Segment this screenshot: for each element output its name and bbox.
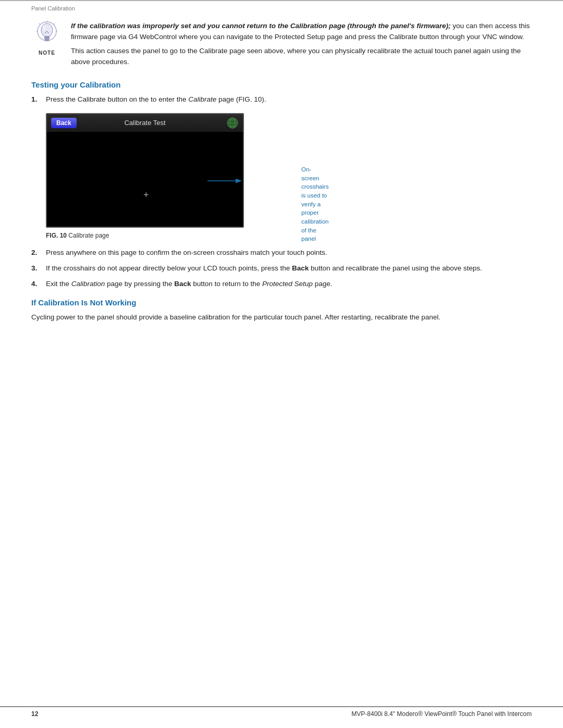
fig-caption: FIG. 10 Calibrate page — [46, 232, 532, 239]
step-4-text: Exit the Calibration page by pressing th… — [46, 279, 332, 289]
step-3-text: If the crosshairs do not appear directly… — [46, 263, 482, 274]
top-border — [0, 0, 563, 1]
svg-rect-11 — [45, 40, 49, 41]
section-not-working: If Calibration Is Not Working Cycling po… — [31, 298, 532, 323]
annotation-text: On-screen crosshairs is used to verify a… — [301, 165, 328, 243]
step-4: 4. Exit the Calibration page by pressing… — [31, 279, 532, 289]
page-header: Panel Calibration — [31, 5, 75, 11]
section-not-working-heading: If Calibration Is Not Working — [31, 298, 532, 307]
page-footer: 12 MVP-8400i 8.4" Modero® ViewPoint® Tou… — [0, 706, 563, 718]
fig-label: FIG. 10 — [46, 232, 67, 239]
step-list: 1. Press the Calibrate button on the to … — [31, 94, 532, 105]
svg-rect-10 — [44, 38, 50, 40]
step-2-num: 2. — [31, 248, 41, 258]
step-3-num: 3. — [31, 263, 41, 274]
calibrate-title-text: Calibrate Test — [124, 119, 165, 127]
svg-rect-9 — [44, 36, 50, 38]
header-text: Panel Calibration — [31, 5, 75, 11]
section-not-working-body: Cycling power to the panel should provid… — [31, 312, 532, 323]
svg-point-1 — [41, 23, 53, 37]
step-1-text: Press the Calibrate button on the to ent… — [46, 94, 266, 105]
note-box: NOTE If the calibration was improperly s… — [31, 21, 532, 68]
section-testing: Testing your Calibration 1. Press the Ca… — [31, 80, 532, 290]
crosshair: + — [143, 190, 149, 200]
calibrate-image-wrapper: Back Calibrate Test + — [46, 113, 307, 228]
annotation-arrow — [207, 160, 312, 202]
svg-line-3 — [54, 23, 55, 24]
step-list-2: 2. Press anywhere on this page to confir… — [31, 248, 532, 290]
section-testing-heading: Testing your Calibration — [31, 80, 532, 89]
bulb-icon — [35, 21, 58, 48]
footer-title: MVP-8400i 8.4" Modero® ViewPoint® Touch … — [351, 710, 532, 718]
step-3: 3. If the crosshairs do not appear direc… — [31, 263, 532, 274]
step-2: 2. Press anywhere on this page to confir… — [31, 248, 532, 258]
step-2-text: Press anywhere on this page to confirm t… — [46, 248, 327, 258]
main-content: NOTE If the calibration was improperly s… — [31, 21, 532, 323]
note-rest2: This action causes the panel to go to th… — [71, 46, 532, 68]
back-button[interactable]: Back — [51, 118, 77, 128]
svg-line-5 — [39, 23, 40, 24]
note-icon-area: NOTE — [31, 21, 63, 68]
step-1-num: 1. — [31, 94, 41, 105]
calibrate-icon — [226, 117, 239, 129]
note-label: NOTE — [39, 50, 55, 56]
note-bold-italic: If the calibration was improperly set an… — [71, 22, 451, 30]
step-1: 1. Press the Calibrate button on the to … — [31, 94, 532, 105]
note-text: If the calibration was improperly set an… — [71, 21, 532, 68]
calibrate-title-bar: Back Calibrate Test — [47, 114, 243, 132]
footer-page-num: 12 — [31, 710, 38, 718]
step-4-num: 4. — [31, 279, 41, 289]
